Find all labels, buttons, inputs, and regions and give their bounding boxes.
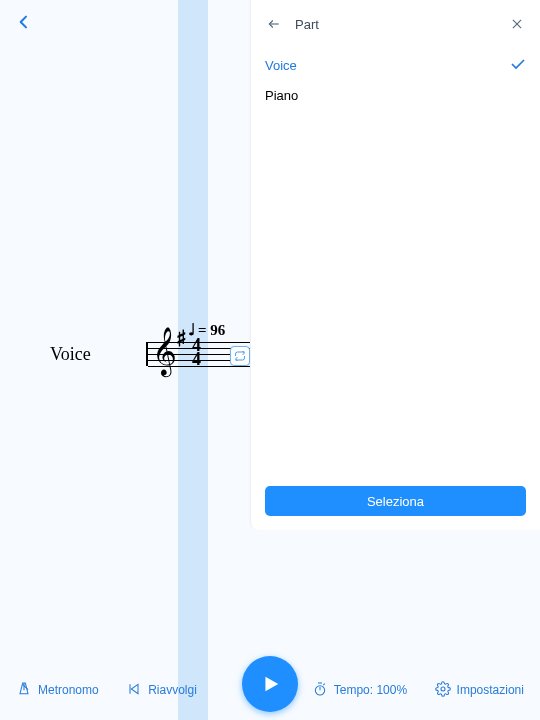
panel-header: Part — [265, 12, 526, 36]
gear-icon — [435, 681, 451, 700]
settings-label: Impostazioni — [457, 683, 524, 697]
stopwatch-icon — [312, 681, 328, 700]
panel-item-label: Voice — [265, 58, 297, 73]
panel-item-piano[interactable]: Piano — [265, 80, 526, 110]
check-icon — [510, 58, 526, 73]
svg-marker-12 — [265, 677, 278, 692]
panel-item-voice[interactable]: Voice — [265, 50, 526, 80]
panel-title: Part — [295, 17, 319, 32]
metronome-label: Metronomo — [38, 683, 99, 697]
metronome-button[interactable]: Metronomo — [16, 681, 99, 700]
rewind-icon — [126, 681, 142, 700]
tempo-label: Tempo: 100% — [334, 683, 407, 697]
part-panel: Part Voice Piano Seleziona — [250, 0, 540, 530]
loop-button[interactable] — [230, 346, 250, 366]
select-button[interactable]: Seleziona — [265, 486, 526, 516]
panel-back-button[interactable] — [265, 15, 283, 33]
part-label: Voice — [50, 344, 91, 365]
tempo-button[interactable]: Tempo: 100% — [312, 681, 407, 700]
rewind-button[interactable]: Riavvolgi — [126, 681, 197, 700]
metronome-icon — [16, 681, 32, 700]
panel-list: Voice Piano — [265, 50, 526, 486]
panel-close-button[interactable] — [508, 15, 526, 33]
rewind-label: Riavvolgi — [148, 683, 197, 697]
settings-button[interactable]: Impostazioni — [435, 681, 524, 700]
panel-item-label: Piano — [265, 88, 298, 103]
svg-line-10 — [323, 683, 324, 684]
svg-marker-6 — [131, 684, 138, 693]
back-button[interactable] — [12, 10, 36, 34]
svg-point-11 — [441, 687, 445, 691]
play-button[interactable] — [242, 656, 298, 712]
